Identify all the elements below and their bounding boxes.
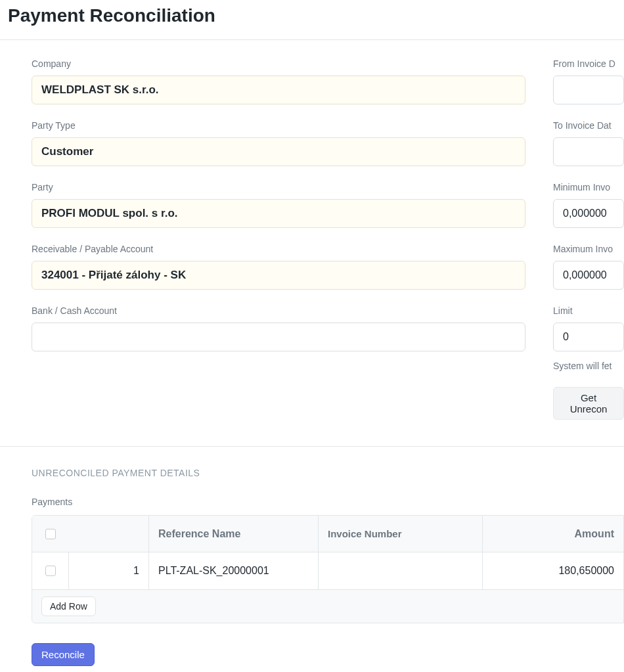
from-date-input[interactable] (553, 76, 624, 104)
row-inv[interactable] (319, 552, 483, 589)
section-heading: UNRECONCILED PAYMENT DETAILS (32, 468, 624, 478)
min-amount-field: Minimum Invo (553, 182, 624, 228)
header-amt: Amount (483, 516, 623, 552)
row-ref[interactable]: PLT-ZAL-SK_20000001 (149, 552, 319, 589)
payments-table: Reference Name Invoice Number Amount 1 P… (32, 515, 624, 623)
max-amount-input[interactable] (553, 261, 624, 290)
min-amount-label: Minimum Invo (553, 182, 624, 192)
table-footer: Add Row (32, 589, 623, 623)
limit-label: Limit (553, 305, 624, 316)
right-column: From Invoice D To Invoice Dat Minimum In… (553, 58, 624, 420)
party-label: Party (32, 182, 525, 192)
header-check-cell (32, 516, 69, 552)
company-label: Company (32, 58, 525, 69)
row-idx: 1 (69, 552, 149, 589)
max-amount-field: Maximum Invo (553, 244, 624, 290)
company-field: Company (32, 58, 525, 104)
account-field: Receivable / Payable Account (32, 244, 525, 290)
row-check-cell (32, 552, 69, 589)
add-row-button[interactable]: Add Row (41, 596, 96, 616)
row-amt[interactable]: 180,650000 (483, 552, 623, 589)
account-label: Receivable / Payable Account (32, 244, 525, 254)
account-input[interactable] (32, 261, 525, 290)
get-unreconciled-button[interactable]: Get Unrecon (553, 387, 624, 420)
bank-field: Bank / Cash Account (32, 305, 525, 351)
to-date-input[interactable] (553, 137, 624, 166)
company-input[interactable] (32, 76, 525, 104)
limit-help-text: System will fet (553, 361, 624, 371)
filter-form: Company Party Type Party Receivable / Pa… (0, 39, 624, 446)
party-input[interactable] (32, 199, 525, 228)
row-checkbox[interactable] (45, 566, 56, 576)
table-header: Reference Name Invoice Number Amount (32, 516, 623, 552)
table-row[interactable]: 1 PLT-ZAL-SK_20000001 180,650000 (32, 552, 623, 589)
from-date-label: From Invoice D (553, 58, 624, 69)
select-all-checkbox[interactable] (45, 529, 56, 539)
header-inv: Invoice Number (319, 516, 483, 552)
payments-table-label: Payments (32, 497, 624, 507)
min-amount-input[interactable] (553, 199, 624, 228)
unreconciled-section: UNRECONCILED PAYMENT DETAILS Payments Re… (0, 446, 624, 666)
party-field: Party (32, 182, 525, 228)
to-date-label: To Invoice Dat (553, 120, 624, 131)
header-idx-cell (69, 516, 149, 552)
header-ref: Reference Name (149, 516, 319, 552)
to-date-field: To Invoice Dat (553, 120, 624, 166)
table-body: 1 PLT-ZAL-SK_20000001 180,650000 (32, 552, 623, 589)
reconcile-button[interactable]: Reconcile (32, 643, 95, 666)
max-amount-label: Maximum Invo (553, 244, 624, 254)
from-date-field: From Invoice D (553, 58, 624, 104)
limit-input[interactable] (553, 323, 624, 351)
party-type-input[interactable] (32, 137, 525, 166)
bank-label: Bank / Cash Account (32, 305, 525, 316)
party-type-field: Party Type (32, 120, 525, 166)
left-column: Company Party Type Party Receivable / Pa… (32, 58, 525, 420)
page-title: Payment Reconciliation (0, 0, 624, 39)
limit-field: Limit (553, 305, 624, 351)
bank-input[interactable] (32, 323, 525, 351)
party-type-label: Party Type (32, 120, 525, 131)
